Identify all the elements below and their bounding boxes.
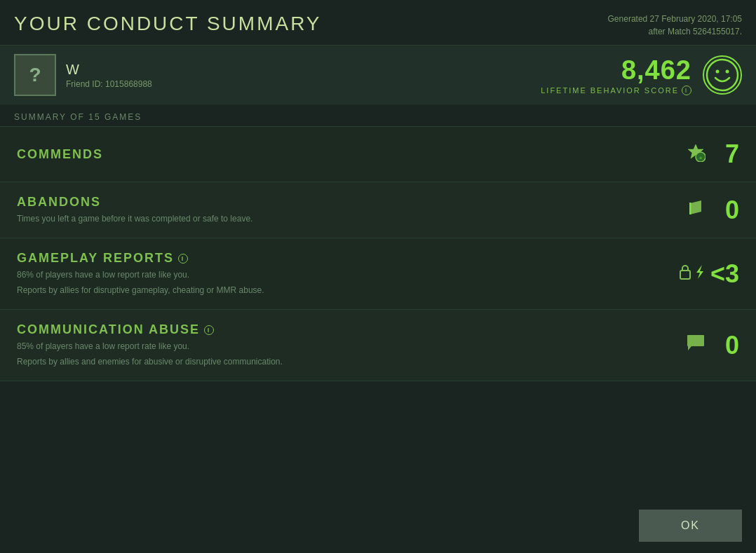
section-left-gameplay-reports: GAMEPLAY REPORTS i 86% of players have a… <box>17 251 264 296</box>
section-title-communication-abuse: COMMUNICATION ABUSE i <box>17 322 283 337</box>
score-label: LIFETIME BEHAVIOR SCORE i <box>541 86 691 95</box>
avatar: ? <box>14 54 56 96</box>
conduct-row-gameplay-reports: GAMEPLAY REPORTS i 86% of players have a… <box>0 238 756 310</box>
behavior-score-info-icon[interactable]: i <box>682 86 691 95</box>
section-left-commends: COMMENDS <box>17 147 103 162</box>
score-block: 8,462 LIFETIME BEHAVIOR SCORE i <box>541 55 691 95</box>
communication-abuse-count: 0 <box>711 331 739 360</box>
avatar-char: ? <box>29 64 41 86</box>
svg-rect-6 <box>689 203 691 214</box>
section-title-commends: COMMENDS <box>17 147 103 162</box>
section-right-communication-abuse: 0 <box>686 331 739 360</box>
ok-button[interactable]: OK <box>639 510 742 542</box>
summary-label: SUMMARY OF 15 GAMES <box>0 105 756 126</box>
conduct-row-communication-abuse: COMMUNICATION ABUSE i 85% of players hav… <box>0 310 756 381</box>
conduct-row-commends: COMMENDS + 7 <box>0 127 756 182</box>
section-desc-communication-abuse-2: Reports by allies and enemies for abusiv… <box>17 355 283 368</box>
commends-count: 7 <box>711 139 739 169</box>
communication-abuse-info-icon[interactable]: i <box>204 325 214 335</box>
abandons-count: 0 <box>711 196 739 225</box>
player-info: W Friend ID: 1015868988 <box>66 62 541 89</box>
smiley-icon <box>703 55 742 95</box>
header-bar: YOUR CONDUCT SUMMARY Generated 27 Februa… <box>0 0 756 45</box>
section-left-communication-abuse: COMMUNICATION ABUSE i 85% of players hav… <box>17 322 283 368</box>
section-desc-gameplay-reports-1: 86% of players have a low report rate li… <box>17 268 264 281</box>
ok-button-row: OK <box>625 498 756 553</box>
gameplay-reports-bolt-icon <box>695 264 705 283</box>
generated-info: Generated 27 February 2020, 17:05 after … <box>608 13 742 38</box>
section-desc-communication-abuse-1: 85% of players have a low report rate li… <box>17 340 283 353</box>
svg-point-0 <box>707 60 738 90</box>
section-right-gameplay-reports: <3 <box>678 259 739 289</box>
svg-marker-8 <box>696 265 703 279</box>
gameplay-reports-count: <3 <box>710 259 739 289</box>
sections-container: COMMENDS + 7 ABANDONS Tim <box>0 126 756 381</box>
svg-point-2 <box>726 70 729 74</box>
smiley-svg <box>706 58 739 92</box>
communication-abuse-icon <box>686 334 706 357</box>
conduct-row-abandons: ABANDONS Times you left a game before it… <box>0 182 756 238</box>
generated-line1: Generated 27 February 2020, 17:05 <box>608 13 742 25</box>
svg-point-1 <box>716 70 720 74</box>
gameplay-reports-lock-icon <box>678 264 692 283</box>
section-title-abandons: ABANDONS <box>17 195 252 210</box>
section-desc-abandons: Times you left a game before it was comp… <box>17 212 252 225</box>
behavior-score-section: 8,462 LIFETIME BEHAVIOR SCORE i <box>541 55 742 95</box>
section-left-abandons: ABANDONS Times you left a game before it… <box>17 195 252 225</box>
score-number: 8,462 <box>541 55 691 86</box>
section-right-commends: + 7 <box>686 139 739 169</box>
commends-icon: + <box>686 142 706 166</box>
gameplay-reports-info-icon[interactable]: i <box>178 254 188 264</box>
section-desc-gameplay-reports-2: Reports by allies for disruptive gamepla… <box>17 284 264 296</box>
svg-text:+: + <box>699 155 703 161</box>
svg-rect-7 <box>680 271 690 279</box>
friend-id: Friend ID: 1015868988 <box>66 79 541 89</box>
generated-line2: after Match 5264155017. <box>608 25 742 38</box>
player-name: W <box>66 62 541 78</box>
section-title-gameplay-reports: GAMEPLAY REPORTS i <box>17 251 264 266</box>
section-right-abandons: 0 <box>687 196 739 225</box>
page-title: YOUR CONDUCT SUMMARY <box>14 13 322 35</box>
abandons-icon <box>687 199 706 221</box>
player-section: ? W Friend ID: 1015868988 8,462 LIFETIME… <box>0 45 756 105</box>
